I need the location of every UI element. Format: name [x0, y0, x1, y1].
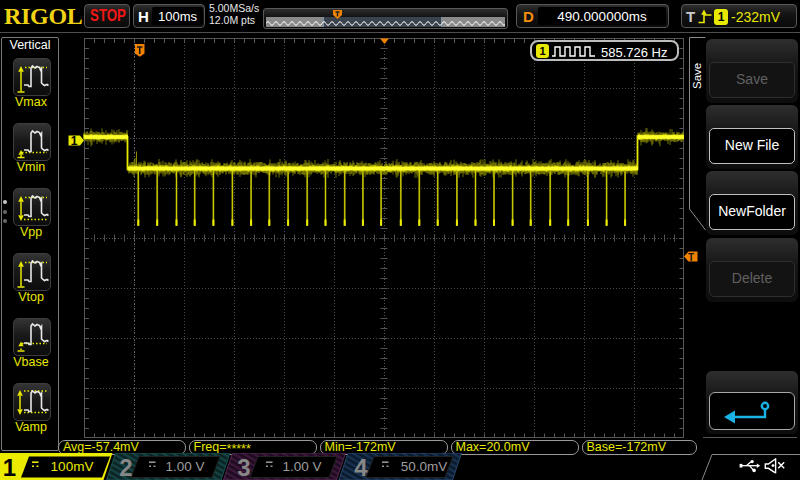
svg-text:1: 1 — [3, 454, 16, 480]
svg-text:1: 1 — [71, 134, 78, 148]
svg-text:100mV: 100mV — [51, 459, 94, 474]
svg-text:1.00 V: 1.00 V — [282, 459, 321, 474]
svg-text:4: 4 — [354, 454, 368, 480]
svg-text:1.00 V: 1.00 V — [165, 459, 204, 474]
svg-text:T: T — [688, 252, 694, 263]
svg-text:3: 3 — [237, 454, 250, 480]
svg-text:50.0mV: 50.0mV — [401, 459, 448, 474]
svg-text:2: 2 — [119, 454, 132, 480]
